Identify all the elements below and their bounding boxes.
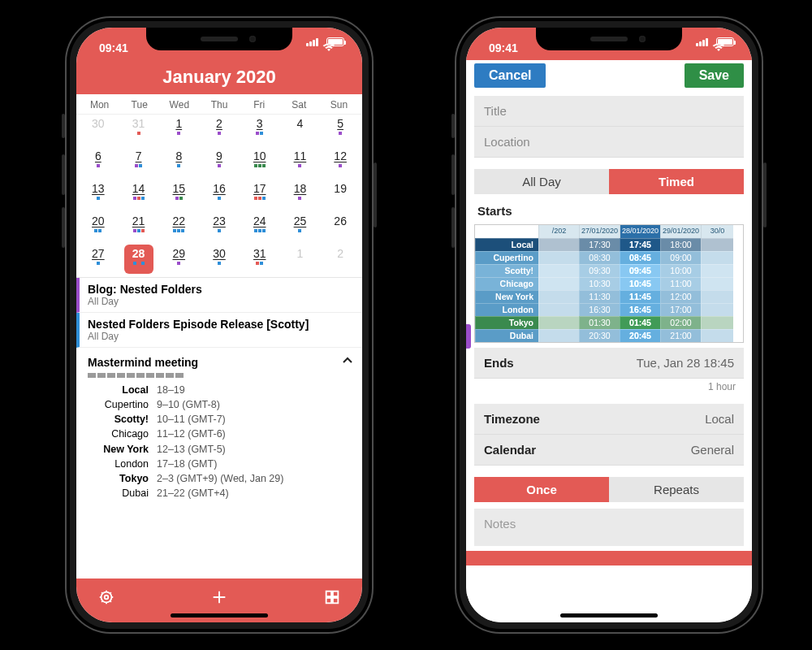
picker-row[interactable]: Local17:3017:4518:00 xyxy=(475,238,743,251)
repeat-segment[interactable]: Once Repeats xyxy=(474,477,744,502)
svg-rect-3 xyxy=(333,592,338,596)
day-cell[interactable]: 14 xyxy=(119,180,159,212)
starts-label: Starts xyxy=(466,201,752,221)
day-cell[interactable]: 4 xyxy=(280,115,321,147)
svg-point-1 xyxy=(105,596,109,600)
svg-point-0 xyxy=(102,592,112,603)
segment-timed[interactable]: Timed xyxy=(609,169,744,194)
day-cell[interactable]: 28 xyxy=(119,245,159,277)
picker-row[interactable]: Chicago10:3010:4511:00 xyxy=(475,277,743,290)
day-cell[interactable]: 3 xyxy=(240,115,280,147)
timezone-row: London17–18 (GMT) xyxy=(88,457,354,471)
event-subtitle: All Day xyxy=(88,296,354,307)
picker-row[interactable]: Cupertino08:3008:4509:00 xyxy=(475,251,743,264)
event-title: Mastermind meeting xyxy=(88,356,198,369)
day-cell[interactable]: 30 xyxy=(199,245,240,277)
picker-row[interactable]: Scotty!09:3009:4510:00 xyxy=(475,264,743,277)
segment-all-day[interactable]: All Day xyxy=(474,169,609,194)
day-cell[interactable]: 10 xyxy=(240,147,280,180)
day-cell[interactable]: 1 xyxy=(280,245,321,277)
day-cell[interactable]: 18 xyxy=(280,180,321,212)
day-cell[interactable]: 2 xyxy=(199,115,240,147)
collapse-icon[interactable] xyxy=(341,354,354,370)
settings-icon[interactable] xyxy=(97,588,115,609)
event-item[interactable]: Blog: Nested FoldersAll Day xyxy=(76,278,362,313)
day-cell[interactable]: 9 xyxy=(199,147,240,180)
picker-row[interactable]: Dubai20:3020:4521:00 xyxy=(475,329,743,342)
picker-row[interactable]: London16:3016:4517:00 xyxy=(475,303,743,316)
picker-row[interactable]: Tokyo01:3001:4502:00 xyxy=(475,316,743,329)
timezone-list: Local18–19Cupertino9–10 (GMT-8)Scotty!10… xyxy=(88,383,354,500)
cancel-button[interactable]: Cancel xyxy=(474,63,546,88)
title-field[interactable]: Title xyxy=(474,96,744,127)
day-cell[interactable]: 8 xyxy=(158,147,199,180)
day-cell[interactable]: 15 xyxy=(158,180,199,212)
view-grid-icon[interactable] xyxy=(323,588,341,609)
day-cell[interactable]: 20 xyxy=(78,212,119,245)
day-cell[interactable]: 31 xyxy=(240,245,280,277)
picker-row[interactable]: New York11:3011:4512:00 xyxy=(475,290,743,303)
timezone-picker[interactable]: /20227/01/202028/01/202029/01/202030/0Lo… xyxy=(474,224,744,343)
weekday-label: Wed xyxy=(159,99,199,110)
day-cell[interactable]: 5 xyxy=(320,115,361,147)
timezone-row[interactable]: Timezone Local xyxy=(474,404,744,435)
timezone-row: Chicago11–12 (GMT-6) xyxy=(88,427,354,441)
segment-once[interactable]: Once xyxy=(474,477,609,502)
home-indicator[interactable] xyxy=(171,613,268,618)
day-cell[interactable]: 17 xyxy=(240,180,280,212)
timezone-row: Tokyo2–3 (GMT+9) (Wed, Jan 29) xyxy=(88,471,354,486)
day-cell[interactable]: 19 xyxy=(320,180,361,212)
event-title: Nested Folders Episode Release [Scotty] xyxy=(88,318,354,331)
day-cell[interactable]: 26 xyxy=(320,212,361,245)
phone-frame-right: 09:41 Cancel Save Title xyxy=(455,16,763,634)
month-grid[interactable]: 3031123456789101112131415161718192021222… xyxy=(76,115,362,277)
weekday-header: MonTueWedThuFriSatSun xyxy=(76,94,362,115)
day-cell[interactable]: 1 xyxy=(158,115,199,147)
cellular-icon xyxy=(306,38,318,46)
day-cell[interactable]: 21 xyxy=(119,212,159,245)
day-cell[interactable]: 23 xyxy=(199,212,240,245)
day-cell[interactable]: 16 xyxy=(199,180,240,212)
calendar-row[interactable]: Calendar General xyxy=(474,435,744,466)
day-cell[interactable]: 7 xyxy=(119,147,159,180)
weekday-label: Sat xyxy=(279,99,319,110)
svg-rect-2 xyxy=(326,592,331,596)
save-button[interactable]: Save xyxy=(685,63,744,88)
day-cell[interactable]: 22 xyxy=(158,212,199,245)
day-cell[interactable]: 27 xyxy=(78,245,119,277)
day-cell[interactable]: 12 xyxy=(320,147,361,180)
timezone-row: Dubai21–22 (GMT+4) xyxy=(88,486,354,500)
day-cell[interactable]: 13 xyxy=(78,180,119,212)
day-cell[interactable]: 24 xyxy=(240,212,280,245)
battery-icon xyxy=(716,37,734,46)
event-mastermind[interactable]: Mastermind meeting Local18–19Cupertino9–… xyxy=(76,348,362,507)
weekday-label: Thu xyxy=(199,99,239,110)
weekday-label: Fri xyxy=(240,99,279,110)
weekday-label: Mon xyxy=(80,99,119,110)
day-cell[interactable]: 6 xyxy=(78,147,119,180)
day-cell[interactable]: 31 xyxy=(119,115,159,147)
day-cell[interactable]: 30 xyxy=(78,115,119,147)
ends-row[interactable]: Ends Tue, Jan 28 18:45 xyxy=(474,348,744,379)
bottom-red-bar xyxy=(466,551,752,566)
events-list[interactable]: Blog: Nested FoldersAll DayNested Folder… xyxy=(76,277,362,578)
home-indicator[interactable] xyxy=(560,613,658,618)
segment-repeats[interactable]: Repeats xyxy=(609,477,744,502)
location-field[interactable]: Location xyxy=(474,127,744,158)
day-cell[interactable]: 29 xyxy=(158,245,199,277)
notes-field[interactable]: Notes xyxy=(474,509,744,546)
phone-frame-left: 09:41 January 2020 MonTueWedThuFriSatSun… xyxy=(65,16,374,634)
device-notch xyxy=(146,28,292,50)
event-title: Blog: Nested Folders xyxy=(88,283,354,296)
day-cell[interactable]: 25 xyxy=(280,212,321,245)
ends-label: Ends xyxy=(484,356,514,370)
add-event-icon[interactable] xyxy=(210,588,228,609)
side-color-tab xyxy=(466,324,471,349)
allday-timed-segment[interactable]: All Day Timed xyxy=(474,169,744,194)
day-cell[interactable]: 11 xyxy=(280,147,321,180)
duration-note: 1 hour xyxy=(466,379,752,399)
event-item[interactable]: Nested Folders Episode Release [Scotty]A… xyxy=(76,313,362,348)
calendar-month-title[interactable]: January 2020 xyxy=(76,60,362,94)
status-time: 09:41 xyxy=(99,41,128,54)
day-cell[interactable]: 2 xyxy=(320,245,361,277)
